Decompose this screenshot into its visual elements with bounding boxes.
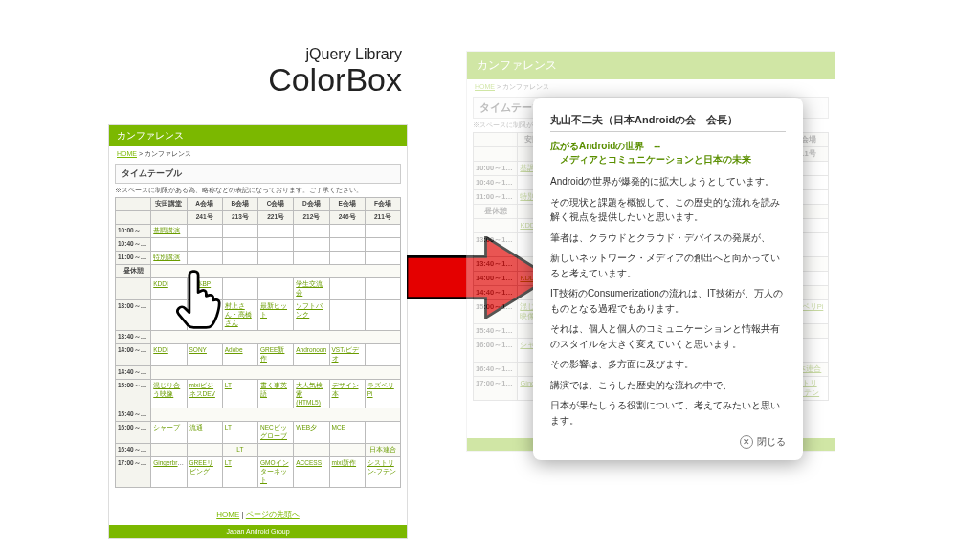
session-cell[interactable]: mixi新作 <box>329 457 365 488</box>
session-cell <box>187 238 222 252</box>
session-cell[interactable]: 日本連合 <box>365 444 400 457</box>
session-cell[interactable]: 村上さん・高橋さん <box>222 300 257 331</box>
footer-home-link[interactable]: HOME <box>216 510 239 519</box>
table-row: 13:40～14:00 <box>116 331 401 344</box>
session-cell <box>329 444 365 457</box>
session-cell[interactable]: VST/ビデオ <box>329 344 365 366</box>
session-link[interactable]: 村上さん・高橋さん <box>225 302 252 326</box>
session-cell[interactable]: mixiビジネスDEV <box>187 380 222 408</box>
modal-paragraph: その現状と課題を概観して、この歴史的な流れを読み解く視点を提供したいと思います。 <box>550 195 786 225</box>
modal-close[interactable]: ✕ 閉じる <box>550 435 786 449</box>
table-row: 13:00～13:40サイバーエージェント村上さん・高橋さん最新ヒットソフトバン… <box>116 300 401 331</box>
session-cell[interactable]: Adobe <box>222 344 257 366</box>
timetable-col-header: E会場 <box>329 198 365 211</box>
session-link[interactable]: デザイン本 <box>332 382 359 397</box>
timetable-room-header: 212号 <box>294 211 329 225</box>
session-link[interactable]: LT <box>236 446 243 453</box>
time-cell: 昼休憩 <box>116 265 151 278</box>
table-row: 昼休憩 <box>116 265 401 278</box>
session-cell[interactable]: ラズベリPi <box>365 380 400 408</box>
session-link[interactable]: KDDI <box>153 280 168 287</box>
session-link[interactable]: 書く事英語 <box>260 382 287 397</box>
session-link[interactable]: 最新ヒット <box>260 302 287 318</box>
break-cell <box>151 408 401 422</box>
session-cell[interactable]: 大人気検索(HTML5) <box>294 380 329 408</box>
session-cell[interactable]: 混じり合う映像 <box>151 380 187 408</box>
timetable-room-header <box>151 211 187 225</box>
session-cell[interactable]: SONY <box>187 344 222 366</box>
session-cell[interactable]: 最新ヒット <box>258 300 294 331</box>
timetable-col-header <box>474 133 518 147</box>
table-row: 15:40～16:00 <box>116 408 401 422</box>
breadcrumb-home-link[interactable]: HOME <box>475 83 495 90</box>
session-link[interactable]: NECビッグローブ <box>260 424 287 439</box>
table-row: 14:00～14:40KDDISONYAdobeGREE新作AndronoonV… <box>116 344 401 366</box>
session-link[interactable]: Adobe <box>225 346 243 353</box>
session-cell[interactable]: WEB夕 <box>294 422 329 444</box>
click-hand-icon <box>172 266 226 333</box>
session-cell[interactable]: LT <box>222 444 257 457</box>
session-link[interactable]: LT <box>225 424 232 431</box>
session-link[interactable]: VST/ビデオ <box>332 346 359 362</box>
breadcrumb-home-link[interactable]: HOME <box>117 150 137 157</box>
close-icon[interactable]: ✕ <box>740 435 753 449</box>
session-cell[interactable]: GREEリビング <box>187 457 222 488</box>
session-link[interactable]: LT <box>225 459 232 466</box>
session-link[interactable]: mixi新作 <box>332 459 357 466</box>
session-link[interactable]: KDDI <box>153 346 168 353</box>
session-cell[interactable]: LT <box>222 380 257 408</box>
time-cell: 16:40～17:00 <box>116 444 151 457</box>
session-cell[interactable]: LT <box>222 422 257 444</box>
session-cell[interactable]: GREE新作 <box>258 344 294 366</box>
session-cell[interactable]: LT <box>222 457 257 488</box>
session-cell <box>222 278 257 300</box>
session-cell[interactable]: シャープ <box>151 422 187 444</box>
session-link[interactable]: 特別講演 <box>153 254 180 260</box>
session-link[interactable]: シャープ <box>153 424 180 431</box>
session-link[interactable]: 基調講演 <box>153 227 180 233</box>
session-cell[interactable]: GMOインターネット <box>258 457 294 488</box>
session-link[interactable]: LT <box>225 382 232 388</box>
session-cell <box>222 252 257 265</box>
session-link[interactable]: ラズベリPi <box>368 382 394 397</box>
session-link[interactable]: 学生交流会 <box>296 280 323 296</box>
footer-top-link[interactable]: ページの先頭へ <box>246 510 300 519</box>
session-link[interactable]: Andronoon <box>296 346 326 353</box>
session-cell[interactable]: 流通 <box>187 422 222 444</box>
session-link[interactable]: ソフトバンク <box>296 302 323 318</box>
session-link[interactable]: Gingerbread <box>153 459 187 466</box>
session-cell[interactable]: 特別講演 <box>151 252 187 265</box>
modal-body: Androidの世界が爆発的に拡大しようとしています。その現状と課題を概観して、… <box>550 174 786 428</box>
session-cell[interactable]: Gingerbread <box>151 457 187 488</box>
breadcrumb: HOME > カンファレンス <box>109 146 407 162</box>
time-cell: 17:00～17:40 <box>474 377 518 401</box>
session-cell[interactable]: デザイン本 <box>329 380 365 408</box>
session-link[interactable]: GREE新作 <box>260 346 284 362</box>
table-row: 15:00～15:40混じり合う映像mixiビジネスDEVLT書く事英語大人気検… <box>116 380 401 408</box>
session-cell[interactable]: NECビッグローブ <box>258 422 294 444</box>
session-cell[interactable]: MCE <box>329 422 365 444</box>
session-link[interactable]: GMOインターネット <box>260 459 289 483</box>
session-cell <box>294 252 329 265</box>
session-cell[interactable]: ACCESS <box>294 457 329 488</box>
session-cell[interactable]: Andronoon <box>294 344 329 366</box>
session-cell[interactable]: 基調講演 <box>151 225 187 238</box>
session-cell <box>258 278 294 300</box>
session-cell <box>151 238 187 252</box>
session-link[interactable]: 流通 <box>189 424 203 431</box>
session-link[interactable]: mixiビジネスDEV <box>189 382 215 397</box>
session-link[interactable]: ACCESS <box>296 459 322 466</box>
session-cell[interactable]: KDDI <box>151 344 187 366</box>
session-link[interactable]: MCE <box>332 424 345 431</box>
session-cell[interactable]: シストリン-フテン <box>365 457 400 488</box>
session-cell[interactable]: ソフトバンク <box>294 300 329 331</box>
session-link[interactable]: 大人気検索(HTML5) <box>296 382 323 406</box>
session-link[interactable]: 混じり合う映像 <box>153 382 180 397</box>
session-cell[interactable]: 学生交流会 <box>294 278 329 300</box>
session-link[interactable]: 日本連合 <box>369 446 396 453</box>
session-cell[interactable]: 書く事英語 <box>258 380 294 408</box>
session-link[interactable]: WEB夕 <box>296 424 317 431</box>
session-link[interactable]: シストリン-フテン <box>368 459 396 475</box>
session-link[interactable]: GREEリビング <box>189 459 213 475</box>
session-link[interactable]: SONY <box>189 346 207 353</box>
